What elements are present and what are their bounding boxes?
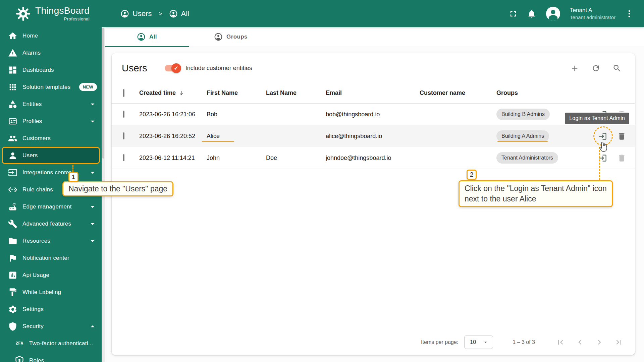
fullscreen-icon[interactable] — [508, 9, 518, 18]
refresh-button[interactable] — [591, 64, 600, 73]
row-checkbox[interactable] — [123, 111, 124, 118]
page-title: Users — [122, 63, 147, 74]
breadcrumb-users[interactable]: Users — [120, 9, 152, 18]
sidebar-scrollbar[interactable] — [102, 27, 105, 362]
chevron-up-icon[interactable] — [88, 322, 97, 331]
router-icon — [8, 202, 17, 212]
sidebar-item-label: Resources — [22, 238, 50, 244]
notifications-bell-icon[interactable] — [527, 9, 536, 18]
row-checkbox[interactable] — [123, 132, 124, 139]
tab-label: Groups — [226, 34, 248, 40]
first-page-button[interactable] — [556, 338, 565, 347]
sidebar-item-rule-chains[interactable]: Rule chains — [0, 181, 102, 198]
gear-icon — [8, 305, 17, 314]
column-groups[interactable]: Groups — [490, 89, 588, 97]
sidebar-item-two-factor-authentication[interactable]: 2FA Two-factor authenticati... — [0, 335, 102, 352]
cell-first-name: John — [201, 155, 260, 162]
add-user-button[interactable] — [570, 64, 579, 73]
sidebar-item-entities[interactable]: Entities — [0, 96, 102, 113]
tenant-name: Tenant A — [570, 7, 615, 14]
tenant-info[interactable]: Tenant A Tenant administrator — [570, 7, 615, 21]
sidebar-item-api-usage[interactable]: Api Usage — [0, 266, 102, 284]
sidebar-item-label: Rule chains — [22, 186, 53, 193]
sidebar-item-edge-management[interactable]: Edge management — [0, 198, 102, 215]
app-logo[interactable]: ThingsBoard Professional — [0, 0, 105, 27]
sidebar-item-integrations-center[interactable]: Integrations center — [0, 164, 102, 181]
apps-grid-icon — [8, 82, 17, 92]
sidebar-item-dashboards[interactable]: Dashboards — [0, 61, 102, 78]
table-row[interactable]: 2023-06-12 11:14:21 John Doe johndoe@thi… — [112, 147, 635, 169]
shield-icon — [8, 322, 17, 331]
column-created-time[interactable]: Created time — [133, 89, 201, 97]
delete-button[interactable] — [617, 132, 626, 141]
sidebar-item-alarms[interactable]: Alarms — [0, 44, 102, 61]
breadcrumb: Users > All — [120, 9, 189, 18]
tab-groups[interactable]: Groups — [189, 27, 273, 47]
sidebar-item-label: Edge management — [22, 203, 72, 210]
breadcrumb-all[interactable]: All — [169, 9, 189, 18]
delete-button[interactable] — [617, 154, 626, 163]
more-vert-icon[interactable] — [625, 9, 634, 18]
avatar[interactable] — [545, 6, 561, 21]
sidebar-item-label: Api Usage — [22, 272, 49, 279]
next-page-button[interactable] — [595, 338, 604, 347]
sidebar-item-roles[interactable]: Roles — [0, 352, 102, 362]
sidebar-item-white-labeling[interactable]: White Labeling — [0, 284, 102, 301]
select-all-checkbox[interactable] — [123, 89, 124, 97]
search-button[interactable] — [612, 64, 622, 73]
sidebar-item-customers[interactable]: Customers — [0, 130, 102, 147]
column-email[interactable]: Email — [320, 89, 414, 97]
chevron-down-icon[interactable] — [88, 202, 97, 211]
sidebar-item-label: Profiles — [22, 118, 42, 125]
group-chip[interactable]: Tenant Administrators — [496, 152, 558, 164]
tab-all[interactable]: All — [105, 27, 189, 47]
sidebar-item-notification-center[interactable]: Notification center — [0, 249, 102, 266]
sidebar-item-home[interactable]: Home — [0, 27, 102, 44]
row-checkbox[interactable] — [123, 154, 124, 161]
include-customer-entities-toggle[interactable]: ✓ — [165, 65, 180, 71]
column-customer-name[interactable]: Customer name — [414, 89, 490, 97]
sidebar-item-advanced-features[interactable]: Advanced features — [0, 215, 102, 232]
sidebar-item-users[interactable]: Users — [2, 147, 100, 164]
sidebar-item-label: Alarms — [22, 50, 41, 56]
chevron-down-icon[interactable] — [88, 220, 97, 228]
chevron-down-icon[interactable] — [88, 168, 97, 177]
sidebar-item-resources[interactable]: Resources — [0, 232, 102, 249]
sidebar-menu: Home Alarms Dashboards Solution template… — [0, 27, 102, 362]
last-page-button[interactable] — [614, 338, 624, 347]
chevron-down-icon[interactable] — [88, 117, 97, 126]
items-per-page-value: 10 — [470, 339, 476, 345]
sidebar-scrollbar-thumb[interactable] — [102, 28, 104, 159]
people-icon — [8, 134, 17, 143]
id-card-icon — [8, 117, 17, 126]
sidebar-item-solution-templates[interactable]: Solution templates NEW — [0, 78, 102, 96]
folder-icon — [8, 236, 17, 246]
sidebar-item-security[interactable]: Security — [0, 318, 102, 335]
table-row[interactable]: 2023-06-26 16:20:52 Alice alice@thingsbo… — [112, 125, 635, 147]
group-chip[interactable]: Building B Admins — [496, 109, 550, 120]
column-first-name[interactable]: First Name — [201, 89, 260, 97]
sidebar-item-label: Settings — [22, 306, 44, 313]
cell-created-time: 2023-06-12 11:14:21 — [133, 155, 201, 162]
category-icon — [8, 100, 17, 109]
sidebar-item-label: Customers — [22, 135, 51, 142]
main-content: All Groups Users ✓ Include customer enti… — [105, 27, 644, 362]
tab-bar: All Groups — [105, 27, 644, 47]
items-per-page-select[interactable]: 10 — [464, 336, 493, 349]
group-chip[interactable]: Building A Admins — [496, 130, 549, 142]
home-icon — [8, 31, 17, 41]
sidebar-item-settings[interactable]: Settings — [0, 301, 102, 318]
breadcrumb-label: Users — [132, 9, 152, 18]
sidebar-item-profiles[interactable]: Profiles — [0, 113, 102, 130]
cell-created-time: 2023-06-26 16:20:52 — [133, 133, 201, 140]
chevron-down-icon[interactable] — [88, 237, 97, 245]
sidebar: ThingsBoard Professional Home Alarms Das… — [0, 0, 105, 362]
sidebar-item-label: Solution templates — [22, 84, 70, 90]
column-last-name[interactable]: Last Name — [260, 89, 320, 97]
chevron-down-icon[interactable] — [88, 100, 97, 109]
previous-page-button[interactable] — [575, 338, 585, 347]
login-as-tenant-admin-button[interactable] — [598, 154, 607, 163]
table-row[interactable]: 2023-06-26 16:21:06 Bob bob@thingsboard.… — [112, 104, 635, 125]
toggle-label: Include customer entities — [185, 65, 252, 72]
login-as-tenant-admin-button[interactable] — [598, 132, 607, 141]
